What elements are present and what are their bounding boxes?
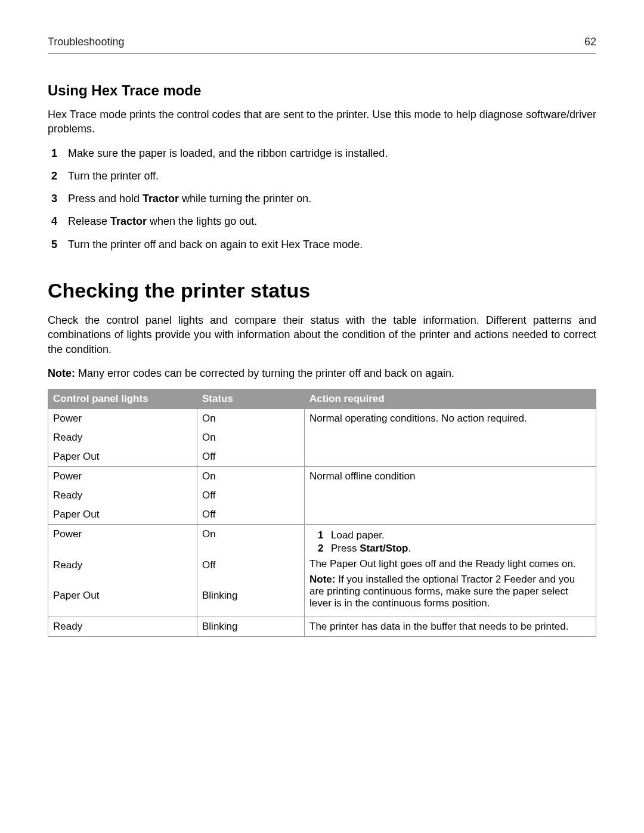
action-step-2-pre: Press: [331, 543, 360, 554]
step-5: Turn the printer off and back on again t…: [51, 237, 596, 252]
table-row: Power On Normal offline condition: [48, 467, 596, 487]
hex-trace-intro: Hex Trace mode prints the control codes …: [48, 107, 596, 137]
light-name: Power: [48, 525, 197, 556]
light-status: On: [197, 467, 305, 487]
checking-status-heading: Checking the printer status: [48, 279, 596, 302]
action-step-2-bold: Start/Stop: [360, 543, 408, 554]
step-4-post: when the lights go out.: [147, 215, 257, 227]
step-3-post: while turning the printer on.: [179, 193, 311, 205]
action-step-2: Press Start/Stop.: [318, 543, 591, 555]
light-status: On: [197, 428, 305, 447]
col-action: Action required: [305, 389, 596, 409]
light-name: Ready: [48, 428, 197, 447]
step-4: Release Tractor when the lights go out.: [51, 214, 596, 228]
action-cell: The printer has data in the buffer that …: [305, 617, 596, 637]
light-status: Off: [197, 556, 305, 586]
action-note: Note: If you installed the optional Trac…: [309, 574, 591, 609]
light-status: Blinking: [197, 617, 305, 637]
action-cell: Normal offline condition: [305, 467, 596, 525]
action-after: The Paper Out light goes off and the Rea…: [309, 558, 591, 570]
note-text: Many error codes can be corrected by tur…: [75, 367, 454, 379]
action-cell: Load paper. Press Start/Stop. The Paper …: [305, 525, 596, 617]
col-lights: Control panel lights: [48, 389, 197, 409]
step-4-bold: Tractor: [110, 215, 147, 227]
light-name: Ready: [48, 617, 197, 637]
light-name: Power: [48, 409, 197, 429]
action-step-1: Load paper.: [318, 529, 591, 541]
table-header-row: Control panel lights Status Action requi…: [48, 389, 596, 409]
col-status: Status: [197, 389, 305, 409]
action-steps: Load paper. Press Start/Stop.: [318, 529, 591, 555]
step-3: Press and hold Tractor while turning the…: [51, 191, 596, 206]
light-status: On: [197, 409, 305, 429]
table-row: Power On Load paper. Press Start/Stop. T…: [48, 525, 596, 556]
page-number: 62: [584, 36, 596, 48]
document-page: Troubleshooting 62 Using Hex Trace mode …: [0, 0, 644, 673]
light-status: Off: [197, 447, 305, 467]
checking-status-intro: Check the control panel lights and compa…: [48, 313, 596, 357]
action-cell: Normal operating conditions. No action r…: [305, 409, 596, 467]
table-row: Power On Normal operating conditions. No…: [48, 409, 596, 429]
checking-status-note: Note: Many error codes can be corrected …: [48, 366, 596, 380]
light-status: Blinking: [197, 586, 305, 617]
section-title: Troubleshooting: [48, 36, 124, 48]
running-header: Troubleshooting 62: [48, 36, 596, 54]
light-name: Ready: [48, 556, 197, 586]
table-row: Ready Blinking The printer has data in t…: [48, 617, 596, 637]
light-name: Paper Out: [48, 505, 197, 525]
action-note-text: If you installed the optional Tractor 2 …: [309, 574, 575, 609]
status-table: Control panel lights Status Action requi…: [48, 389, 596, 637]
step-3-bold: Tractor: [143, 193, 179, 205]
step-4-pre: Release: [68, 215, 110, 227]
light-name: Paper Out: [48, 586, 197, 617]
light-status: On: [197, 525, 305, 556]
light-name: Paper Out: [48, 447, 197, 467]
step-1: Make sure the paper is loaded, and the r…: [51, 146, 596, 160]
action-note-label: Note:: [309, 574, 335, 585]
light-name: Power: [48, 467, 197, 487]
hex-trace-heading: Using Hex Trace mode: [48, 82, 596, 99]
hex-trace-steps: Make sure the paper is loaded, and the r…: [51, 146, 596, 252]
action-step-2-post: .: [408, 543, 411, 554]
note-label: Note:: [48, 367, 75, 379]
light-name: Ready: [48, 486, 197, 505]
step-3-pre: Press and hold: [68, 193, 143, 205]
light-status: Off: [197, 486, 305, 505]
step-2: Turn the printer off.: [51, 169, 596, 183]
light-status: Off: [197, 505, 305, 525]
